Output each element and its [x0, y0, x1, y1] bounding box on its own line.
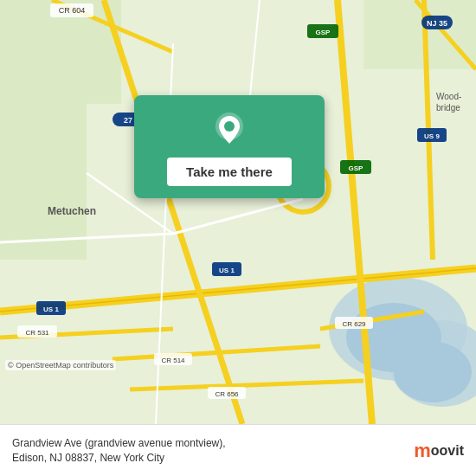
address-line1: Grandview Ave (grandview avenue montview… — [12, 437, 226, 449]
svg-text:GSP: GSP — [316, 29, 331, 36]
svg-text:CR 656: CR 656 — [215, 390, 239, 398]
svg-text:US 9: US 9 — [424, 132, 440, 140]
svg-text:CR 629: CR 629 — [342, 320, 366, 328]
svg-rect-2 — [0, 104, 87, 260]
svg-text:CR 514: CR 514 — [161, 357, 185, 364]
svg-text:bridge: bridge — [436, 103, 460, 113]
moovit-logo: moovit — [414, 440, 464, 462]
svg-point-54 — [224, 121, 235, 132]
svg-rect-5 — [363, 0, 476, 69]
svg-text:GSP: GSP — [349, 164, 364, 172]
moovit-logo-m: m — [414, 440, 431, 462]
address-line2: Edison, NJ 08837, New York City — [12, 452, 164, 464]
map-container[interactable]: CR 604 27 GSP GSP US 1 US 1 NJ 35 US 9 C… — [0, 0, 476, 424]
svg-text:NJ 35: NJ 35 — [427, 19, 447, 28]
svg-text:US 1: US 1 — [43, 306, 59, 313]
address-display: Grandview Ave (grandview avenue montview… — [12, 436, 407, 466]
svg-point-7 — [394, 342, 472, 402]
svg-text:27: 27 — [124, 116, 132, 125]
osm-attribution: © OpenStreetMap contributors — [5, 360, 116, 370]
svg-text:Wood-: Wood- — [436, 92, 461, 101]
location-popup-card: Take me there — [134, 95, 325, 198]
svg-text:Metuchen: Metuchen — [48, 205, 96, 217]
svg-text:CR 604: CR 604 — [59, 6, 86, 15]
take-me-there-button[interactable]: Take me there — [167, 158, 292, 186]
svg-text:US 1: US 1 — [219, 267, 235, 274]
moovit-logo-text: oovit — [431, 443, 464, 459]
location-pin-icon — [210, 111, 248, 149]
bottom-bar: Grandview Ave (grandview avenue montview… — [0, 424, 476, 476]
svg-text:CR 531: CR 531 — [25, 329, 49, 337]
